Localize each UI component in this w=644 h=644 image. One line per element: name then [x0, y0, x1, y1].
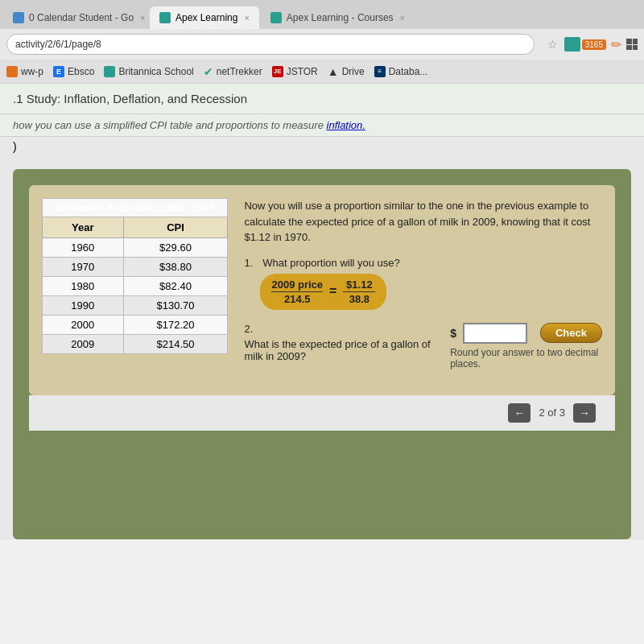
toolbar-icons: 3165 ✏ [564, 37, 638, 52]
address-bar-row: activity/2/6/1/page/8 ☆ 3165 ✏ [0, 29, 644, 60]
databa-label: Databa... [389, 66, 428, 77]
next-button[interactable]: → [573, 403, 596, 423]
apex-tab-icon [159, 12, 171, 23]
dollar-sign: $ [450, 327, 456, 340]
q2-header: 2. What is the expected price of a gallo… [244, 323, 444, 362]
britannica-label: Britannica School [118, 66, 193, 77]
bookmark-ebsco[interactable]: E Ebsco [53, 66, 94, 77]
study-title: .1 Study: Inflation, Deflation, and Rece… [13, 92, 247, 105]
tab-calendar[interactable]: 0 Calendar Student - Go × [3, 6, 148, 29]
address-bar[interactable]: activity/2/6/1/page/8 [6, 34, 535, 55]
question-1-block: 1. What proportion will you use? 2009 pr… [244, 257, 602, 310]
bookmark-databa[interactable]: ≡ Databa... [374, 66, 428, 77]
nettrekker-icon: ✔ [204, 65, 213, 78]
ebsco-icon: E [53, 66, 64, 77]
activity-inner: Consumer Price Index, 1960 - 2009 Year C… [29, 185, 615, 395]
year-cell-2: 1980 [43, 277, 124, 296]
year-cell-4: 2000 [43, 316, 124, 335]
address-text: activity/2/6/1/page/8 [15, 39, 101, 50]
courses-tab-icon [270, 12, 282, 23]
scroll-indicator: ) [0, 137, 644, 156]
year-cell-0: 1960 [43, 238, 124, 258]
table-row: 1980$82.40 [43, 277, 228, 296]
databa-icon: ≡ [374, 66, 386, 77]
question-2-block: 2. What is the expected price of a gallo… [244, 323, 602, 369]
tab-apex[interactable]: Apex Learning × [150, 6, 259, 29]
intro-text: Now you will use a proportion similar to… [244, 198, 602, 246]
tab-courses-close[interactable]: × [400, 13, 405, 23]
year-cell-3: 1990 [43, 296, 124, 316]
star-icon[interactable]: ☆ [547, 38, 558, 51]
nav-footer: ← 2 of 3 → [29, 395, 615, 431]
q1-content: 2009 price 214.5 = $1.12 38.8 [244, 274, 602, 310]
page-content: .1 Study: Inflation, Deflation, and Rece… [0, 84, 644, 539]
frac-left: 2009 price 214.5 [271, 279, 323, 305]
cpi-table: Consumer Price Index, 1960 - 2009 Year C… [42, 198, 228, 354]
col-year: Year [43, 217, 124, 238]
fraction-row: 2009 price 214.5 = $1.12 38.8 [271, 279, 375, 305]
q2-input-col: $ Check Round your answer to two decimal… [450, 323, 602, 369]
cut-text: how you can use a simplified CPI table a… [0, 114, 644, 137]
bookmark-jstor[interactable]: JE JSTOR [272, 66, 318, 77]
table-row: 1960$29.60 [43, 238, 228, 258]
study-header: .1 Study: Inflation, Deflation, and Rece… [0, 84, 644, 114]
prev-button[interactable]: ← [508, 403, 530, 423]
inflation-link[interactable]: inflation. [327, 119, 365, 131]
frac-right-den: 38.8 [343, 292, 375, 305]
year-cell-5: 2009 [43, 335, 124, 354]
bookmark-britannica[interactable]: Britannica School [104, 66, 193, 77]
cpi-table-wrapper: Consumer Price Index, 1960 - 2009 Year C… [42, 198, 228, 382]
col-cpi: CPI [123, 217, 228, 238]
tab-apex-close[interactable]: × [244, 13, 249, 23]
nettrekker-label: netTrekker [217, 66, 262, 77]
bookmark-wwp[interactable]: ww-p [6, 66, 43, 77]
table-row: 1990$130.70 [43, 296, 228, 316]
bookmarks-bar: ww-p E Ebsco Britannica School ✔ netTrek… [0, 60, 644, 84]
q2-number: 2. [244, 323, 253, 335]
wwp-icon [6, 66, 18, 77]
q2-label: What is the expected price of a gallon o… [244, 338, 444, 362]
drive-icon: ▲ [328, 65, 339, 78]
cpi-cell-5: $214.50 [123, 335, 228, 354]
frac-right: $1.12 38.8 [343, 279, 375, 305]
cpi-cell-1: $38.80 [123, 258, 228, 277]
q1-label: What proportion will you use? [262, 257, 400, 269]
frac-left-den: 214.5 [281, 292, 313, 305]
page-indicator: 2 of 3 [539, 407, 565, 419]
notification-badge: 3165 [582, 39, 606, 50]
q2-text-col: 2. What is the expected price of a gallo… [244, 323, 444, 362]
pencil-icon[interactable]: ✏ [611, 37, 621, 52]
jstor-label: JSTOR [287, 66, 318, 77]
q1-line: 1. What proportion will you use? [244, 257, 602, 269]
q1-number: 1. [244, 257, 253, 269]
tab-courses[interactable]: Apex Learning - Courses × [261, 6, 406, 29]
price-input[interactable] [463, 323, 527, 344]
tab-calendar-close[interactable]: × [140, 13, 145, 23]
bookmark-drive[interactable]: ▲ Drive [328, 65, 365, 78]
calendar-tab-icon [13, 12, 24, 23]
tab-calendar-label: 0 Calendar Student - Go [29, 12, 134, 23]
cpi-cell-4: $172.20 [123, 316, 228, 335]
table-row: 2009$214.50 [43, 335, 228, 354]
cpi-cell-3: $130.70 [123, 296, 228, 316]
right-content: Now you will use a proportion similar to… [244, 198, 602, 382]
table-row: 2000$172.20 [43, 316, 228, 335]
grid-icon[interactable] [626, 39, 638, 50]
britannica-icon [104, 66, 115, 77]
jstor-icon: JE [272, 66, 283, 77]
proportion-box: 2009 price 214.5 = $1.12 38.8 [260, 274, 386, 310]
tab-apex-label: Apex Learning [175, 12, 237, 23]
frac-left-num: 2009 price [271, 279, 323, 292]
cpi-cell-2: $82.40 [123, 277, 228, 296]
ebsco-label: Ebsco [68, 66, 94, 77]
cpi-table-title: Consumer Price Index, 1960 - 2009 [43, 199, 228, 217]
frac-right-num: $1.12 [343, 279, 375, 292]
bookmark-nettrekker[interactable]: ✔ netTrekker [204, 65, 262, 78]
tab-courses-label: Apex Learning - Courses [287, 12, 394, 23]
round-note: Round your answer to two decimal places. [450, 347, 602, 369]
year-cell-1: 1970 [43, 258, 124, 277]
q2-input-row: $ Check [450, 323, 602, 344]
check-button[interactable]: Check [540, 323, 602, 343]
notification-area: 3165 [564, 37, 606, 52]
cpi-cell-0: $29.60 [123, 238, 228, 258]
